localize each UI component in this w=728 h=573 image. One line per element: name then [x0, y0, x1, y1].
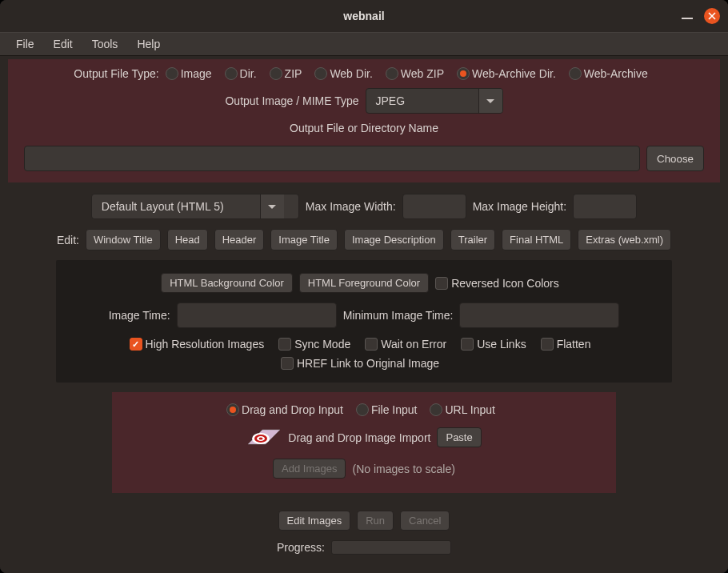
color-row: HTML Background Color HTML Foreground Co… [64, 273, 664, 293]
no-images-label: (No images to scale) [352, 463, 454, 475]
output-panel: Output File Type: Image Dir. ZIP Web Dir… [0, 56, 728, 182]
chevron-down-icon[interactable] [478, 89, 502, 113]
paste-button[interactable]: Paste [437, 427, 481, 447]
progress-row: Progress: [8, 540, 720, 555]
output-name-label: Output File or Directory Name [290, 122, 438, 134]
time-row: Image Time: Minimum Image Time: [64, 303, 664, 328]
output-name-label-row: Output File or Directory Name [16, 122, 712, 134]
run-button[interactable]: Run [357, 511, 394, 531]
edit-final-html-button[interactable]: Final HTML [502, 229, 571, 250]
edit-head-button[interactable]: Head [167, 229, 208, 250]
sync-checkbox[interactable]: Sync Mode [278, 338, 350, 351]
add-images-row: Add Images (No images to scale) [128, 459, 600, 479]
dnd-import-row: Drag and Drop Image Import Paste [128, 427, 600, 447]
output-name-input[interactable] [24, 146, 640, 171]
minimize-icon[interactable] [682, 18, 693, 19]
mime-row: Output Image / MIME Type JPEG [16, 88, 712, 114]
image-time-label: Image Time: [109, 309, 170, 322]
image-time-input[interactable] [177, 303, 337, 328]
mime-value: JPEG [366, 94, 478, 107]
highres-checkbox[interactable]: High Resolution Images [130, 338, 265, 351]
edit-header-button[interactable]: Header [214, 229, 265, 250]
mime-select[interactable]: JPEG [366, 88, 503, 114]
edit-image-title-button[interactable]: Image Title [270, 229, 338, 250]
output-file-type-label: Output File Type: [74, 67, 158, 80]
radio-dir[interactable]: Dir. [225, 67, 257, 80]
edit-label: Edit: [57, 234, 79, 246]
max-width-label: Max Image Width: [306, 200, 396, 213]
menu-help[interactable]: Help [129, 34, 168, 54]
titlebar: webnail [0, 0, 728, 32]
window-title: webnail [343, 10, 384, 22]
radio-image[interactable]: Image [166, 67, 212, 80]
menubar: File Edit Tools Help [0, 32, 728, 56]
links-checkbox[interactable]: Use Links [461, 338, 526, 351]
radio-webdir[interactable]: Web Dir. [314, 67, 372, 80]
radio-dnd-input[interactable]: Drag and Drop Input [226, 403, 343, 416]
output-file-type-row: Output File Type: Image Dir. ZIP Web Dir… [16, 67, 712, 80]
flatten-checkbox[interactable]: Flatten [541, 338, 591, 351]
edit-trailer-button[interactable]: Trailer [450, 229, 495, 250]
middle-section: Default Layout (HTML 5) Max Image Width:… [0, 182, 728, 573]
input-panel: Drag and Drop Input File Input URL Input [112, 392, 616, 493]
chevron-down-icon[interactable] [260, 194, 284, 218]
edit-window-title-button[interactable]: Window Title [86, 229, 161, 250]
window-controls [682, 8, 720, 24]
output-name-row: Choose [16, 146, 712, 171]
wait-checkbox[interactable]: Wait on Error [365, 338, 446, 351]
options-panel: HTML Background Color HTML Foreground Co… [56, 260, 672, 383]
cancel-button[interactable]: Cancel [400, 511, 450, 531]
mime-label: Output Image / MIME Type [225, 94, 358, 107]
max-height-label: Max Image Height: [473, 200, 567, 213]
bg-color-button[interactable]: HTML Background Color [161, 273, 293, 293]
add-images-button[interactable]: Add Images [273, 459, 346, 479]
content: Output File Type: Image Dir. ZIP Web Dir… [0, 56, 728, 573]
layout-value: Default Layout (HTML 5) [92, 200, 260, 213]
edit-extras-button[interactable]: Extras (web.xml) [578, 229, 671, 250]
svg-point-4 [259, 437, 263, 439]
reversed-icons-checkbox[interactable]: Reversed Icon Colors [435, 277, 559, 290]
progress-label: Progress: [277, 541, 325, 554]
dnd-import-label: Drag and Drop Image Import [288, 431, 430, 444]
choose-button[interactable]: Choose [646, 146, 704, 171]
fg-color-button[interactable]: HTML Foreground Color [299, 273, 429, 293]
radio-webarch[interactable]: Web-Archive [569, 67, 648, 80]
href-checkbox[interactable]: HREF Link to Original Image [281, 357, 439, 370]
action-buttons-row: Edit Images Run Cancel [8, 511, 720, 531]
target-icon [246, 428, 282, 447]
progress-bar [331, 540, 451, 555]
menu-file[interactable]: File [8, 34, 42, 54]
min-image-time-label: Minimum Image Time: [343, 309, 454, 322]
input-mode-row: Drag and Drop Input File Input URL Input [128, 403, 600, 416]
layout-select[interactable]: Default Layout (HTML 5) [91, 194, 299, 219]
radio-zip[interactable]: ZIP [270, 67, 302, 80]
radio-webarchdir[interactable]: Web-Archive Dir. [457, 67, 556, 80]
edit-image-desc-button[interactable]: Image Description [344, 229, 444, 250]
max-width-input[interactable] [402, 194, 466, 219]
radio-webzip[interactable]: Web ZIP [386, 67, 444, 80]
min-image-time-input[interactable] [459, 303, 619, 328]
radio-url-input[interactable]: URL Input [430, 403, 495, 416]
bottom-section: Edit Images Run Cancel Progress: [8, 503, 720, 567]
main-window: webnail File Edit Tools Help Output File… [0, 0, 728, 573]
checks-row: High Resolution Images Sync Mode Wait on… [64, 338, 664, 370]
menu-edit[interactable]: Edit [46, 34, 81, 54]
edit-buttons-row: Edit: Window Title Head Header Image Tit… [8, 229, 720, 250]
max-height-input[interactable] [573, 194, 637, 219]
menu-tools[interactable]: Tools [84, 34, 126, 54]
edit-images-button[interactable]: Edit Images [278, 511, 351, 531]
radio-file-input[interactable]: File Input [356, 403, 418, 416]
close-icon[interactable] [704, 8, 720, 24]
layout-row: Default Layout (HTML 5) Max Image Width:… [8, 194, 720, 219]
